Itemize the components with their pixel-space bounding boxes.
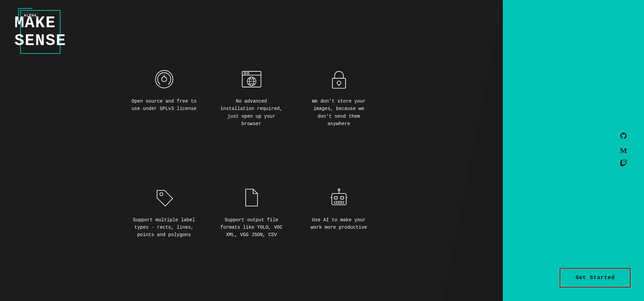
svg-point-13 [337, 81, 340, 85]
sidebar-icons: M [620, 132, 627, 169]
browser-icon [240, 67, 263, 91]
feature-ai-productive: Use AI to make your work more productive [305, 186, 372, 291]
feature-privacy: We don't store your images, because we d… [305, 67, 372, 173]
main-section: ALPHA MAKE SENSE Open source and [0, 0, 503, 301]
svg-point-5 [244, 72, 246, 74]
svg-rect-19 [334, 197, 337, 199]
feature-no-installation: No advanced installation required, just … [218, 67, 285, 173]
feature-file-formats: Support output file formats like YOLO, V… [218, 186, 285, 291]
feature-ai-productive-text: Use AI to make your work more productive [305, 216, 372, 231]
feature-file-formats-text: Support output file formats like YOLO, V… [218, 216, 285, 239]
twitch-icon[interactable] [620, 160, 627, 169]
feature-no-installation-text: No advanced installation required, just … [218, 98, 285, 128]
svg-point-15 [160, 193, 163, 196]
teal-section: M Get Started [503, 0, 644, 301]
get-started-button[interactable]: Get Started [560, 268, 631, 288]
logo-box: ALPHA MAKE SENSE [20, 10, 61, 54]
feature-privacy-text: We don't store your images, because we d… [305, 98, 372, 128]
svg-rect-3 [242, 71, 261, 87]
svg-rect-20 [340, 197, 344, 199]
alpha-badge: ALPHA [22, 13, 38, 18]
lock-icon [327, 67, 351, 91]
robot-icon [327, 186, 351, 210]
feature-label-types-text: Support multiple label types - rects, li… [130, 216, 198, 239]
open-source-icon [152, 67, 176, 91]
github-icon[interactable] [620, 132, 627, 142]
logo-area: ALPHA MAKE SENSE [20, 10, 483, 54]
file-icon [240, 186, 263, 210]
medium-icon[interactable]: M [620, 147, 627, 154]
tag-icon [152, 186, 176, 210]
svg-point-0 [155, 70, 173, 88]
svg-point-6 [247, 72, 249, 74]
feature-label-types: Support multiple label types - rects, li… [130, 186, 198, 291]
features-grid: Open source and free to use under GPLv3 … [130, 67, 372, 291]
logo-text: MAKE SENSE [14, 14, 66, 50]
feature-open-source-text: Open source and free to use under GPLv3 … [130, 98, 198, 113]
feature-open-source: Open source and free to use under GPLv3 … [130, 67, 198, 173]
svg-point-18 [338, 189, 340, 191]
svg-point-1 [162, 77, 167, 82]
svg-rect-12 [332, 78, 346, 88]
